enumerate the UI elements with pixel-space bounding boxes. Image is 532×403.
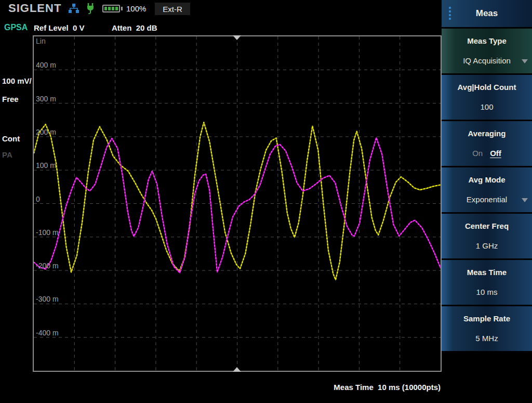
softkey-averaging[interactable]: AveragingOnOff xyxy=(442,121,532,166)
sweep-mode-label: Cont xyxy=(2,134,20,143)
softkey-label: Meas Time xyxy=(442,268,532,277)
meas-time-note: Meas Time 10 ms (10000pts) xyxy=(334,383,441,392)
toggle-option-on[interactable]: On xyxy=(472,149,483,158)
atten-readout[interactable]: Atten 20 dB xyxy=(112,23,157,32)
softkey-value: 1 GHz xyxy=(476,241,498,250)
softkey-value: 10 ms xyxy=(476,288,498,296)
dropdown-arrow-icon[interactable] xyxy=(522,198,528,202)
softkey-avg-hold-count[interactable]: Avg|Hold Count100 xyxy=(442,75,532,120)
softkey-value: Exponential xyxy=(467,195,507,204)
ext-ref-badge: Ext-R xyxy=(155,3,190,15)
waveform-plot: Lin 400 m300 m200 m100 m0-100 m-200 m-30… xyxy=(33,35,442,372)
softkey-center-freq[interactable]: Center Freq1 GHz xyxy=(442,214,532,258)
menu-title: Meas xyxy=(476,8,498,19)
softkey-label: Averaging xyxy=(442,129,532,138)
battery-icon xyxy=(102,5,120,12)
trigger-label: Free xyxy=(2,95,19,103)
battery-percent: 100% xyxy=(126,4,146,13)
softkey-sample-rate[interactable]: Sample Rate5 MHz xyxy=(442,306,532,351)
softkey-label: Avg|Hold Count xyxy=(442,83,532,92)
softkey-value: IQ Acquisition xyxy=(463,56,511,65)
waveform-chart xyxy=(34,36,441,371)
ref-level-readout[interactable]: Ref Level 0 V xyxy=(34,23,85,32)
network-icon xyxy=(68,4,79,16)
siglent-logo: SIGLENT xyxy=(8,2,61,15)
softkey-menu: Meas Meas TypeIQ AcquisitionAvg|Hold Cou… xyxy=(442,0,532,403)
softkey-label: Meas Type xyxy=(442,36,532,45)
sidebar-buttons: Meas TypeIQ AcquisitionAvg|Hold Count100… xyxy=(442,29,532,351)
mode-badge: GPSA xyxy=(4,23,28,32)
bottom-center-marker-icon xyxy=(233,367,241,372)
menu-header[interactable]: Meas xyxy=(442,0,532,27)
toggle-option-off[interactable]: Off xyxy=(490,149,501,158)
softkey-meas-type[interactable]: Meas TypeIQ Acquisition xyxy=(442,29,532,73)
battery-tip-icon xyxy=(121,7,123,10)
dropdown-arrow-icon[interactable] xyxy=(522,59,528,63)
softkey-meas-time[interactable]: Meas Time10 ms xyxy=(442,260,532,305)
preamp-label: PA xyxy=(2,150,12,159)
softkey-value: 5 MHz xyxy=(475,334,498,343)
softkey-label: Avg Mode xyxy=(442,175,532,184)
softkey-label: Center Freq xyxy=(442,222,532,230)
top-center-marker-icon xyxy=(233,35,241,40)
scale-per-div-label: 100 mV/ xyxy=(2,76,32,85)
menu-dots-icon xyxy=(449,7,451,20)
softkey-avg-mode[interactable]: Avg ModeExponential xyxy=(442,167,532,212)
power-plug-icon xyxy=(85,3,96,16)
softkey-value: 100 xyxy=(480,102,493,111)
softkey-label: Sample Rate xyxy=(442,314,532,323)
